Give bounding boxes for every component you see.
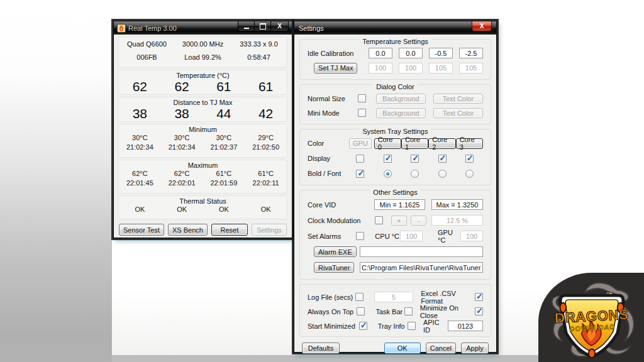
normal-size-checkbox[interactable]	[358, 94, 366, 102]
apic-id-field[interactable]	[448, 321, 483, 331]
uptime: 0:58:47	[231, 52, 287, 62]
maximize-button[interactable]	[255, 21, 271, 31]
idle-calibration-input-3[interactable]	[459, 48, 483, 58]
excel-csv-label: Excel .CSV Format	[421, 290, 475, 305]
clock-modulation-checkbox[interactable]	[375, 216, 383, 224]
core3-thermal-status: OK	[245, 205, 287, 214]
tjmax-input-3	[459, 63, 483, 74]
display-core1-checkbox[interactable]	[411, 155, 419, 163]
core3-min-time: 21:02:50	[245, 143, 287, 152]
font-core2-radio[interactable]	[438, 170, 447, 178]
clock-modulation-label: Clock Modulation	[308, 217, 375, 224]
mini-mode-label: Mini Mode	[308, 109, 348, 117]
bold-checkbox[interactable]	[356, 170, 364, 178]
core2-color-button[interactable]: Core 2	[428, 138, 455, 149]
alarm-exe-button[interactable]: Alarm EXE	[314, 246, 357, 257]
color-label: Color	[308, 140, 347, 147]
other-settings-title: Other Settings	[370, 189, 420, 196]
minimize-on-close-checkbox[interactable]	[475, 307, 483, 315]
settings-titlebar[interactable]: Settings X	[294, 21, 496, 35]
realtemp-window-title: Real Temp 3.00	[128, 25, 177, 32]
modulation-percent-field	[431, 215, 483, 226]
temperature-settings-title: Temperature Settings	[359, 38, 431, 45]
close-icon: X	[277, 23, 282, 30]
idle-calibration-input-2[interactable]	[429, 48, 453, 58]
core0-color-button[interactable]: Core 0	[374, 138, 401, 149]
core1-color-button[interactable]: Core 1	[401, 138, 428, 149]
distance-panel: Distance to TJ Max 38 38 44 42	[118, 97, 287, 122]
task-bar-label: Task Bar	[375, 308, 404, 315]
temperature-panel: Temperature (°C) 62 62 61 61	[118, 70, 287, 95]
task-bar-checkbox[interactable]	[404, 307, 413, 315]
other-settings-group: Other Settings Core VID Clock Modulation…	[299, 190, 491, 280]
display-label: Display	[308, 155, 347, 162]
dragons-download-logo-icon: DRAGONS DOWNLOAD	[545, 275, 639, 361]
apply-button[interactable]: Apply	[461, 343, 489, 354]
excel-csv-checkbox[interactable]	[475, 293, 483, 301]
distance-header: Distance to TJ Max	[119, 97, 287, 106]
tray-info-checkbox[interactable]	[408, 322, 416, 330]
reset-button[interactable]: Reset	[211, 224, 248, 236]
font-core1-radio[interactable]	[411, 170, 419, 178]
idle-calibration-input-1[interactable]	[399, 48, 423, 58]
modulation-minus-button: -	[411, 216, 426, 226]
tjmax-input-2	[429, 63, 453, 74]
xs-bench-button[interactable]: XS Bench	[168, 224, 208, 236]
alarm-exe-path-field[interactable]	[360, 246, 483, 257]
idle-calibration-input-0[interactable]	[369, 48, 392, 58]
start-minimized-label: Start Minimized	[308, 322, 359, 330]
core-vid-label: Core VID	[308, 201, 374, 209]
settings-window-title: Settings	[299, 25, 324, 32]
font-core3-radio[interactable]	[465, 170, 474, 178]
cancel-button[interactable]: Cancel	[426, 343, 456, 354]
log-file-checkbox[interactable]	[355, 293, 364, 301]
realtemp-titlebar[interactable]: Real Temp 3.00 X	[114, 21, 292, 35]
set-alarms-checkbox[interactable]	[356, 232, 364, 240]
temperature-header: Temperature (°C)	[119, 70, 287, 79]
display-gpu-checkbox[interactable]	[356, 155, 364, 163]
defaults-button[interactable]: Defaults	[302, 343, 340, 354]
core2-max-time: 22:01:59	[203, 178, 245, 188]
temperature-settings-group: Temperature Settings Idle Calibration Se…	[299, 39, 491, 80]
normal-text-color-button: Text Color	[433, 94, 483, 104]
realtemp-app-icon	[117, 24, 126, 33]
settings-close-icon: X	[480, 23, 484, 30]
set-tj-max-button[interactable]: Set TJ Max	[314, 63, 357, 74]
core2-min-temp: 30°C	[203, 133, 245, 143]
core0-max-temp: 62°C	[119, 169, 161, 178]
display-core3-checkbox[interactable]	[465, 155, 474, 163]
core2-distance: 44	[203, 106, 245, 121]
minimize-on-close-label: Minimize On Close	[420, 304, 475, 319]
close-button[interactable]: X	[271, 21, 288, 31]
core1-temp: 62	[161, 79, 203, 94]
apic-id-label: APIC ID	[423, 319, 448, 334]
settings-window: Settings X Temperature Settings Idle Cal…	[294, 21, 497, 353]
bold-font-label: Bold / Font	[308, 170, 347, 177]
always-on-top-checkbox[interactable]	[357, 307, 365, 315]
start-minimized-checkbox[interactable]	[359, 322, 367, 330]
ok-button[interactable]: OK	[384, 343, 421, 354]
realtemp-window: Real Temp 3.00 X Quad Q6600 3000.00 MHz …	[113, 21, 292, 238]
mini-mode-checkbox[interactable]	[358, 109, 366, 117]
core3-color-button[interactable]: Core 3	[456, 138, 483, 149]
maximum-panel: Maximum 62°C 62°C 61°C 61°C 22:01:45 22:…	[118, 160, 287, 194]
minimize-button[interactable]	[238, 21, 255, 31]
rivatuner-button[interactable]: RivaTuner	[314, 262, 354, 273]
misc-settings-group: Log File (secs) Excel .CSV Format Always…	[299, 284, 491, 337]
font-core0-radio[interactable]	[384, 170, 392, 178]
display-core0-checkbox[interactable]	[384, 155, 392, 163]
core0-min-temp: 30°C	[119, 133, 161, 143]
sensor-test-button[interactable]: Sensor Test	[119, 224, 164, 236]
modulation-plus-button: +	[391, 216, 407, 226]
display-core2-checkbox[interactable]	[438, 155, 447, 163]
log-interval-field	[374, 292, 413, 302]
cpu-load: Load 99.2%	[175, 52, 231, 62]
rivatuner-path-field[interactable]	[360, 262, 483, 273]
settings-close-button[interactable]: X	[472, 21, 492, 31]
core-vid-min-field	[374, 199, 425, 210]
gpu-alarm-field	[460, 231, 483, 241]
core3-max-temp: 61°C	[245, 169, 287, 178]
core3-distance: 42	[245, 106, 287, 121]
dialog-color-title: Dialog Color	[373, 83, 418, 90]
gpu-color-button: GPU	[349, 138, 372, 149]
